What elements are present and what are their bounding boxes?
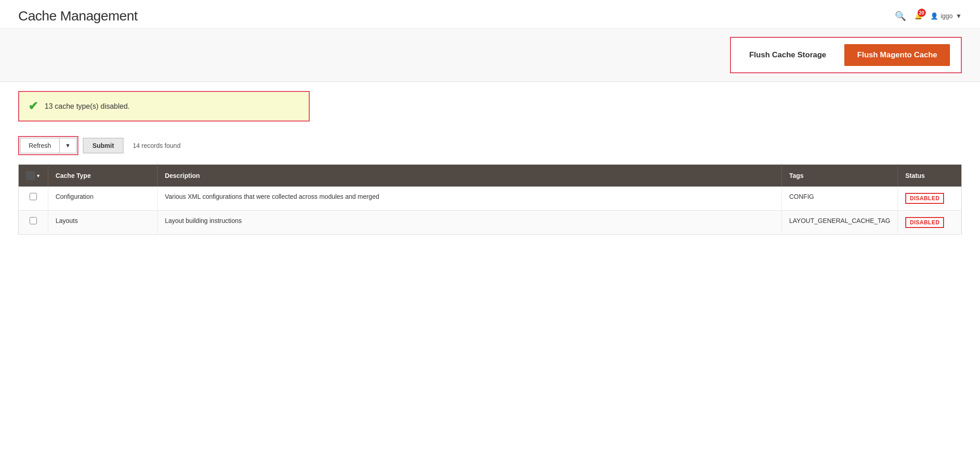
- tags-cell: CONFIG: [782, 187, 898, 211]
- header-checkbox-wrap: ▼: [26, 171, 41, 180]
- user-menu[interactable]: 👤 iggo ▼: [930, 12, 962, 20]
- th-description: Description: [157, 165, 781, 187]
- row-checkbox[interactable]: [30, 217, 37, 224]
- status-badge: DISABLED: [905, 193, 944, 204]
- action-select-label: Refresh: [20, 138, 60, 153]
- flush-magento-cache-button[interactable]: Flush Magento Cache: [844, 44, 950, 66]
- action-bar: Flush Cache Storage Flush Magento Cache: [0, 29, 980, 82]
- page-title: Cache Management: [18, 8, 138, 24]
- success-message-banner: ✔ 13 cache type(s) disabled.: [18, 91, 310, 121]
- cache-type-cell: Layouts: [48, 211, 157, 235]
- th-cache-type: Cache Type: [48, 165, 157, 187]
- table-header: ▼ Cache Type Description Tags Status: [19, 165, 962, 187]
- header-checkbox-box[interactable]: [26, 171, 35, 180]
- action-select-group: Refresh ▼: [20, 138, 77, 153]
- submit-button[interactable]: Submit: [83, 138, 123, 153]
- success-check-icon: ✔: [28, 99, 38, 113]
- status-cell: DISABLED: [898, 211, 962, 235]
- tags-cell: LAYOUT_GENERAL_CACHE_TAG: [782, 211, 898, 235]
- row-checkbox-cell: [19, 211, 48, 235]
- description-cell: Various XML configurations that were col…: [157, 187, 781, 211]
- chevron-down-icon: ▼: [955, 12, 962, 20]
- page-wrapper: Cache Management 🔍 🔔 20 👤 iggo ▼ Flush C…: [0, 0, 980, 460]
- th-status: Status: [898, 165, 962, 187]
- header-right: 🔍 🔔 20 👤 iggo ▼: [895, 10, 962, 21]
- th-checkbox: ▼: [19, 165, 48, 187]
- th-tags: Tags: [782, 165, 898, 187]
- table-row: Configuration Various XML configurations…: [19, 187, 962, 211]
- status-badge: DISABLED: [905, 217, 944, 228]
- search-icon[interactable]: 🔍: [895, 10, 906, 21]
- main-content: ✔ 13 cache type(s) disabled. Refresh ▼ S…: [0, 91, 980, 253]
- records-count: 14 records found: [133, 142, 180, 149]
- user-icon: 👤: [930, 12, 938, 20]
- action-bar-highlight: Flush Cache Storage Flush Magento Cache: [730, 37, 962, 73]
- table-row: Layouts Layout building instructions LAY…: [19, 211, 962, 235]
- cache-type-cell: Configuration: [48, 187, 157, 211]
- flush-cache-storage-button[interactable]: Flush Cache Storage: [742, 47, 833, 63]
- toolbar: Refresh ▼ Submit 14 records found: [18, 132, 962, 155]
- notification-badge: 20: [918, 9, 926, 17]
- action-select-wrapper: Refresh ▼: [18, 136, 78, 155]
- user-name: iggo: [941, 12, 953, 20]
- action-dropdown-arrow[interactable]: ▼: [60, 139, 76, 152]
- status-cell: DISABLED: [898, 187, 962, 211]
- header-checkbox-arrow[interactable]: ▼: [36, 173, 41, 178]
- row-checkbox[interactable]: [30, 193, 37, 200]
- description-cell: Layout building instructions: [157, 211, 781, 235]
- page-header: Cache Management 🔍 🔔 20 👤 iggo ▼: [0, 0, 980, 29]
- table-body: Configuration Various XML configurations…: [19, 187, 962, 235]
- success-message-text: 13 cache type(s) disabled.: [45, 102, 130, 111]
- row-checkbox-cell: [19, 187, 48, 211]
- cache-table: ▼ Cache Type Description Tags Status Con…: [18, 164, 962, 235]
- notification-bell[interactable]: 🔔 20: [914, 12, 922, 20]
